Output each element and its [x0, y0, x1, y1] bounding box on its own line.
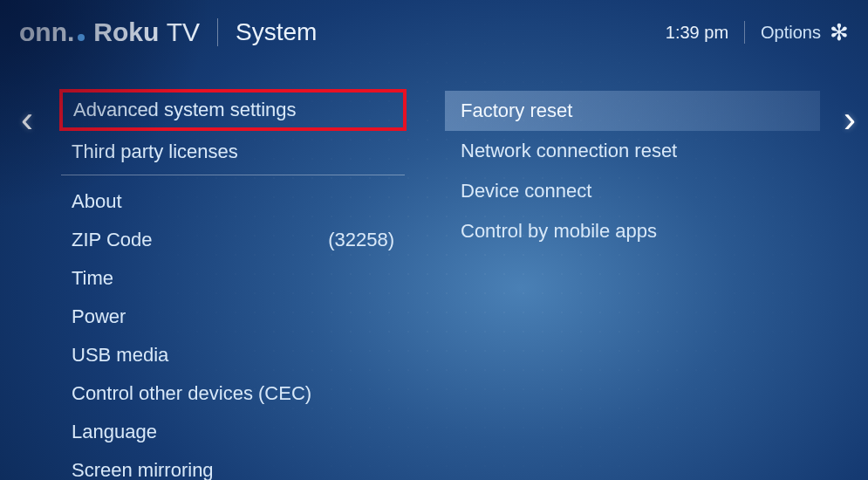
options-button[interactable]: Options ✻: [761, 21, 849, 44]
item-label: Screen mirroring: [72, 459, 214, 480]
chevron-right-icon[interactable]: ›: [844, 101, 856, 138]
menu-screen-mirroring[interactable]: Screen mirroring: [61, 451, 405, 480]
item-label: Control by mobile apps: [461, 220, 657, 243]
divider-icon: [744, 21, 745, 44]
brand-onn-text: onn: [19, 17, 67, 47]
menu-zip-code[interactable]: ZIP Code (32258): [61, 221, 405, 259]
menu-language[interactable]: Language: [61, 413, 405, 451]
item-label: Power: [72, 305, 126, 328]
menu-power[interactable]: Power: [61, 298, 405, 336]
options-label: Options: [761, 23, 821, 43]
menu-advanced-system-settings[interactable]: Advanced system settings: [59, 89, 407, 131]
content: ‹ Advanced system settings Third party l…: [0, 65, 868, 480]
item-label: Third party licenses: [72, 141, 238, 163]
item-label: Control other devices (CEC): [72, 382, 311, 405]
submenu-network-connection-reset[interactable]: Network connection reset: [445, 131, 820, 171]
item-label: About: [72, 190, 122, 213]
brand-roku-text: Roku: [93, 17, 159, 46]
brand-onn: onn.: [19, 17, 93, 47]
left-panel: Advanced system settings Third party lic…: [61, 91, 405, 480]
divider-icon: [61, 175, 405, 175]
submenu-factory-reset[interactable]: Factory reset: [445, 91, 820, 131]
item-label: USB media: [72, 344, 168, 367]
menu-about[interactable]: About: [61, 182, 405, 221]
item-label: Network connection reset: [461, 140, 677, 162]
divider-icon: [217, 18, 218, 46]
item-label: Device connect: [461, 180, 591, 202]
chevron-left-icon[interactable]: ‹: [21, 101, 33, 138]
page-title: System: [236, 18, 317, 46]
dot-icon: [78, 34, 85, 41]
brand-tv-text: TV: [167, 17, 200, 46]
item-label: Factory reset: [461, 99, 572, 122]
item-value: (32258): [328, 229, 394, 251]
submenu-control-by-mobile-apps[interactable]: Control by mobile apps: [445, 211, 820, 251]
menu-time[interactable]: Time: [61, 259, 405, 298]
asterisk-icon: ✻: [830, 21, 849, 44]
item-label: ZIP Code: [72, 229, 153, 251]
item-label: Time: [72, 267, 113, 290]
menu-third-party-licenses[interactable]: Third party licenses: [61, 133, 405, 171]
header: onn. Roku TV System 1:39 pm Options ✻: [0, 0, 868, 65]
right-panel: Factory reset Network connection reset D…: [445, 91, 820, 251]
brand-roku: Roku TV: [93, 17, 200, 47]
item-label: Advanced system settings: [73, 99, 297, 121]
period-icon: .: [67, 17, 74, 47]
menu-cec[interactable]: Control other devices (CEC): [61, 374, 405, 413]
item-label: Language: [72, 421, 157, 443]
menu-usb-media[interactable]: USB media: [61, 336, 405, 374]
submenu-device-connect[interactable]: Device connect: [445, 171, 820, 211]
clock: 1:39 pm: [666, 23, 728, 43]
